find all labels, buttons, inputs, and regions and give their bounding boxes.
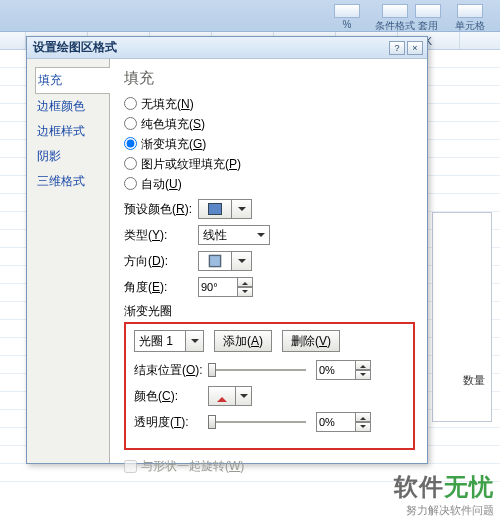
chart-plot-area[interactable]: 数量 — [432, 212, 492, 422]
ribbon-cell-style[interactable]: 单元格 — [455, 4, 485, 33]
preset-color-button[interactable] — [198, 199, 232, 219]
radio-picture-fill[interactable]: 图片或纹理填充(P) — [124, 156, 415, 173]
svg-rect-0 — [209, 255, 220, 266]
ribbon-format-as-table[interactable]: 套用 — [415, 4, 441, 33]
direction-button[interactable] — [198, 251, 232, 271]
label-color: 颜色(C): — [134, 388, 208, 405]
nav-shadow[interactable]: 阴影 — [35, 144, 109, 169]
position-down-icon[interactable] — [356, 370, 371, 380]
angle-spinner[interactable] — [198, 277, 253, 297]
radio-auto-fill[interactable]: 自动(U) — [124, 176, 415, 193]
panel-title: 填充 — [124, 69, 415, 88]
chart-axis-label: 数量 — [463, 373, 485, 388]
paint-bucket-icon — [217, 392, 227, 402]
label-transparency: 透明度(T): — [134, 414, 208, 431]
direction-dropdown-icon[interactable] — [232, 251, 252, 271]
radio-solid-fill[interactable]: 纯色填充(S) — [124, 116, 415, 133]
close-button[interactable]: × — [407, 41, 423, 55]
radio-gradient-fill[interactable]: 渐变填充(G) — [124, 136, 415, 153]
format-plot-area-dialog: 设置绘图区格式 ? × 填充 边框颜色 边框样式 阴影 三维格式 填充 无填充(… — [26, 36, 428, 464]
remove-stop-button[interactable]: 删除(V) — [282, 330, 340, 352]
highlight-box: 光圈 1 添加(A) 删除(V) 结束位置(O): 颜色 — [124, 322, 415, 450]
add-stop-button[interactable]: 添加(A) — [214, 330, 272, 352]
label-angle: 角度(E): — [124, 279, 198, 296]
ribbon-conditional-format[interactable]: 条件格式 — [375, 4, 415, 33]
ribbon: % 条件格式 套用 单元格 — [0, 0, 500, 32]
label-type: 类型(Y): — [124, 227, 198, 244]
fill-type-radios: 无填充(N) 纯色填充(S) 渐变填充(G) 图片或纹理填充(P) 自动(U) — [124, 96, 415, 193]
gradient-stops-header: 渐变光圈 — [124, 303, 415, 320]
watermark: 软件无忧 努力解决软件问题 — [394, 471, 494, 518]
radio-no-fill[interactable]: 无填充(N) — [124, 96, 415, 113]
position-slider[interactable] — [208, 361, 306, 379]
transparency-spinner[interactable] — [316, 412, 371, 432]
position-input[interactable] — [316, 360, 356, 380]
transparency-input[interactable] — [316, 412, 356, 432]
preset-color-dropdown-icon[interactable] — [232, 199, 252, 219]
rotate-with-shape-checkbox: 与形状一起旋转(W) — [124, 458, 415, 475]
transparency-slider[interactable] — [208, 413, 306, 431]
dialog-titlebar[interactable]: 设置绘图区格式 ? × — [27, 37, 427, 59]
nav-3d-format[interactable]: 三维格式 — [35, 169, 109, 194]
angle-down-icon[interactable] — [238, 287, 253, 297]
type-select[interactable]: 线性 — [198, 225, 270, 245]
nav-fill[interactable]: 填充 — [35, 67, 110, 94]
nav-border-style[interactable]: 边框样式 — [35, 119, 109, 144]
angle-up-icon[interactable] — [238, 277, 253, 287]
angle-input[interactable] — [198, 277, 238, 297]
nav-border-color[interactable]: 边框颜色 — [35, 94, 109, 119]
rotate-checkbox-input — [124, 460, 137, 473]
color-dropdown-icon[interactable] — [236, 386, 252, 406]
dialog-nav: 填充 边框颜色 边框样式 阴影 三维格式 — [27, 59, 109, 463]
transparency-down-icon[interactable] — [356, 422, 371, 432]
label-direction: 方向(D): — [124, 253, 198, 270]
ribbon-percent-button[interactable]: % — [330, 4, 364, 30]
stop-dropdown-icon[interactable] — [186, 330, 204, 352]
stop-select[interactable]: 光圈 1 — [134, 330, 204, 352]
label-preset: 预设颜色(R): — [124, 201, 198, 218]
transparency-up-icon[interactable] — [356, 412, 371, 422]
position-up-icon[interactable] — [356, 360, 371, 370]
label-position: 结束位置(O): — [134, 362, 208, 379]
dialog-title: 设置绘图区格式 — [31, 39, 387, 56]
help-button[interactable]: ? — [389, 41, 405, 55]
position-spinner[interactable] — [316, 360, 371, 380]
fill-panel: 填充 无填充(N) 纯色填充(S) 渐变填充(G) 图片或纹理填充(P) 自动(… — [109, 59, 427, 463]
color-picker-button[interactable] — [208, 386, 236, 406]
